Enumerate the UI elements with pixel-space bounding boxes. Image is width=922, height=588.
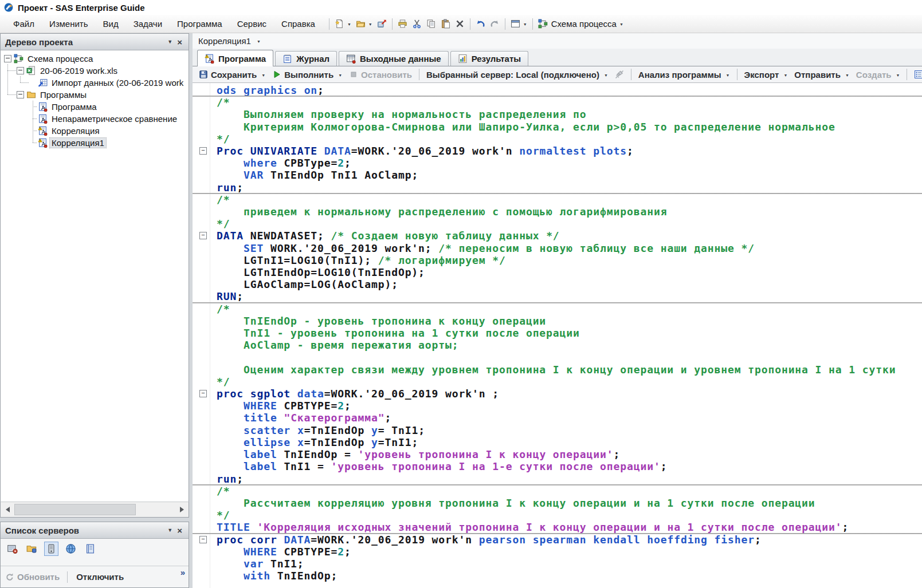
document-title[interactable]: Корреляция1 bbox=[198, 36, 251, 46]
undo-button[interactable] bbox=[473, 17, 488, 30]
code-line-28[interactable]: title "Скатерограмма"; bbox=[217, 412, 922, 424]
code-line-20[interactable]: TnIEndOp - уровень тропонина к концу опе… bbox=[217, 315, 922, 327]
code-line-4[interactable]: Критериям Колмогорова-Смирнова или Шапир… bbox=[217, 121, 922, 133]
publish-button[interactable] bbox=[375, 17, 389, 30]
chevron-down-icon[interactable]: ▼ bbox=[257, 40, 261, 44]
disconnect-button[interactable]: Отключить bbox=[70, 570, 130, 584]
scrollbar-track[interactable] bbox=[14, 502, 175, 517]
printer-button[interactable] bbox=[395, 17, 410, 30]
tree-item-корреляция[interactable]: Корреляция bbox=[1, 125, 189, 137]
panel-close-icon[interactable]: × bbox=[175, 526, 184, 535]
code-line-9[interactable]: run; bbox=[217, 181, 922, 194]
code-line-17[interactable]: LGAoClamp=LOG(AoClamp); bbox=[217, 278, 922, 290]
code-line-30[interactable]: ellipse x=TnIEndOp y=TnI1; bbox=[217, 436, 922, 448]
code-line-39[interactable]: WHERE CPBTYPE=2; bbox=[217, 546, 922, 558]
tree-item-схема-процесса[interactable]: Схема процесса bbox=[1, 53, 189, 65]
code-area[interactable]: ods graphics on;/* Выполняем проверку на… bbox=[193, 83, 922, 588]
code-line-11[interactable]: приведем к нормальному распределению с п… bbox=[217, 206, 922, 218]
code-line-38[interactable]: −proc corr DATA=WORK.'20_06_2019 work'n … bbox=[217, 534, 922, 546]
chevron-down-icon[interactable]: ▼ bbox=[845, 73, 849, 77]
сохранить-button[interactable]: Сохранить▼ bbox=[196, 69, 268, 81]
tree-expander-icon[interactable] bbox=[17, 91, 24, 98]
отправить-button[interactable]: Отправить▼ bbox=[791, 69, 852, 81]
code-line-27[interactable]: WHERE CPBTYPE=2; bbox=[217, 400, 922, 412]
more-buttons-chevron-icon[interactable]: » bbox=[181, 566, 185, 577]
code-line-37[interactable]: TITLE 'Корреляция исходных значений троп… bbox=[217, 521, 922, 533]
scroll-right-arrow[interactable] bbox=[175, 502, 189, 517]
panel-menu-chevron-icon[interactable]: ▼ bbox=[164, 39, 175, 45]
tree-expander-icon[interactable] bbox=[4, 55, 11, 62]
server-toolbar-tasks-button[interactable] bbox=[5, 542, 19, 556]
chevron-down-icon[interactable]: ▼ bbox=[368, 22, 372, 26]
tree-horizontal-scrollbar[interactable] bbox=[0, 502, 189, 518]
server-toolbar-book-button[interactable] bbox=[83, 542, 97, 556]
code-line-13[interactable]: −DATA NEWDATASET; /* Создаем новую табли… bbox=[217, 230, 922, 242]
code-line-15[interactable]: LGTnI1=LOG10(TnI1); /* логарифмируем */ bbox=[217, 254, 922, 266]
chevron-down-icon[interactable]: ▼ bbox=[604, 73, 608, 77]
server-toolbar-servers-folder-button[interactable] bbox=[25, 542, 39, 556]
code-line-19[interactable]: /* bbox=[217, 303, 922, 315]
code-line-14[interactable]: SET WORK.'20_06_2019 work'n; /* переноси… bbox=[217, 242, 922, 254]
tab-программа[interactable]: Программа bbox=[197, 50, 273, 66]
code-line-41[interactable]: with TnIEndOp; bbox=[217, 570, 922, 582]
menu-item-вид[interactable]: Вид bbox=[96, 17, 126, 31]
window-layout-button[interactable]: ▼ bbox=[508, 17, 529, 30]
code-line-1[interactable]: ods graphics on; bbox=[217, 84, 922, 96]
экспорт-button[interactable]: Экспорт▼ bbox=[741, 69, 791, 81]
refresh-button[interactable]: Обновить bbox=[4, 570, 64, 584]
code-line-25[interactable]: */ bbox=[217, 376, 922, 388]
code-line-26[interactable]: −proc sgplot data=WORK.'20_06_2019 work'… bbox=[217, 388, 922, 400]
выполнить-button[interactable]: Выполнить▼ bbox=[269, 69, 345, 81]
tab-результаты[interactable]: Результаты bbox=[450, 51, 528, 66]
tree-item-непараметрическое-сравнение[interactable]: Непараметрическое сравнение bbox=[1, 113, 189, 125]
code-line-35[interactable]: Рассчитаем корреляцию уровня тропонина I… bbox=[217, 497, 922, 509]
code-line-36[interactable]: */ bbox=[217, 509, 922, 521]
chevron-down-icon[interactable]: ▼ bbox=[261, 73, 265, 77]
code-line-2[interactable]: /* bbox=[217, 96, 922, 108]
chevron-down-icon[interactable]: ▼ bbox=[347, 22, 351, 26]
code-line-22[interactable]: AoClamp - время пережатия аорты; bbox=[217, 339, 922, 351]
tree-item-корреляция1[interactable]: Корреляция1 bbox=[1, 137, 189, 149]
tree-item-программы[interactable]: Программы bbox=[1, 89, 189, 101]
menu-item-изменить[interactable]: Изменить bbox=[42, 17, 96, 31]
tab-выходные-данные[interactable]: Выходные данные bbox=[339, 51, 449, 66]
chevron-down-icon[interactable]: ▼ bbox=[783, 73, 787, 77]
code-line-12[interactable]: */ bbox=[217, 218, 922, 230]
code-line-34[interactable]: /* bbox=[217, 485, 922, 497]
tree-item-20-06-2019-work-xls[interactable]: 20-06-2019 work.xls bbox=[1, 65, 189, 77]
menu-item-файл[interactable]: Файл bbox=[6, 17, 42, 31]
code-line-21[interactable]: TnI1 - уровень тропонина на 1 сутки посл… bbox=[217, 327, 922, 339]
code-line-24[interactable]: Оценим характер связи между уровнем троп… bbox=[217, 364, 922, 376]
tree-item-импорт-данных-20-06-2019-work[interactable]: Импорт данных (20-06-2019 work bbox=[1, 77, 189, 89]
open-folder-button[interactable]: ▼ bbox=[354, 17, 375, 30]
paste-button[interactable] bbox=[438, 17, 453, 30]
cut-button[interactable] bbox=[410, 17, 424, 30]
tab-журнал[interactable]: Журнал bbox=[275, 51, 337, 66]
выбранный-сервер-button[interactable]: Выбранный сервер: Local (подключено)▼ bbox=[423, 69, 611, 81]
code-line-32[interactable]: label TnI1 = 'уровень тропонина I на 1-е… bbox=[217, 460, 922, 472]
redo-button[interactable] bbox=[488, 17, 502, 30]
fold-collapse-icon[interactable]: − bbox=[199, 390, 207, 397]
fold-collapse-icon[interactable]: − bbox=[199, 147, 207, 155]
tree-item-программа[interactable]: Программа bbox=[1, 101, 189, 113]
с-button[interactable]: С bbox=[911, 69, 922, 81]
chevron-down-icon[interactable]: ▼ bbox=[619, 22, 623, 26]
chevron-down-icon[interactable]: ▼ bbox=[896, 73, 900, 77]
chevron-down-icon[interactable]: ▼ bbox=[338, 73, 342, 77]
code-editor[interactable]: ods graphics on;/* Выполняем проверку на… bbox=[193, 82, 922, 588]
code-line-7[interactable]: where CPBType=2; bbox=[217, 157, 922, 169]
chevron-down-icon[interactable]: ▼ bbox=[726, 73, 730, 77]
анализ-программы-button[interactable]: Анализ программы▼ bbox=[635, 69, 733, 81]
delete-x-button[interactable] bbox=[453, 17, 467, 30]
scroll-left-arrow[interactable] bbox=[1, 502, 14, 517]
code-line-10[interactable]: /* bbox=[217, 194, 922, 206]
copy-button[interactable] bbox=[424, 17, 438, 30]
code-line-5[interactable]: */ bbox=[217, 133, 922, 145]
code-line-40[interactable]: var TnI1; bbox=[217, 558, 922, 570]
menu-item-сервис[interactable]: Сервис bbox=[230, 17, 274, 31]
code-line-23[interactable] bbox=[217, 351, 922, 363]
server-toolbar-server-button[interactable] bbox=[44, 542, 58, 556]
menu-item-задачи[interactable]: Задачи bbox=[126, 17, 170, 31]
chevron-down-icon[interactable]: ▼ bbox=[523, 22, 527, 26]
server-toolbar-globe-button[interactable] bbox=[64, 542, 78, 556]
